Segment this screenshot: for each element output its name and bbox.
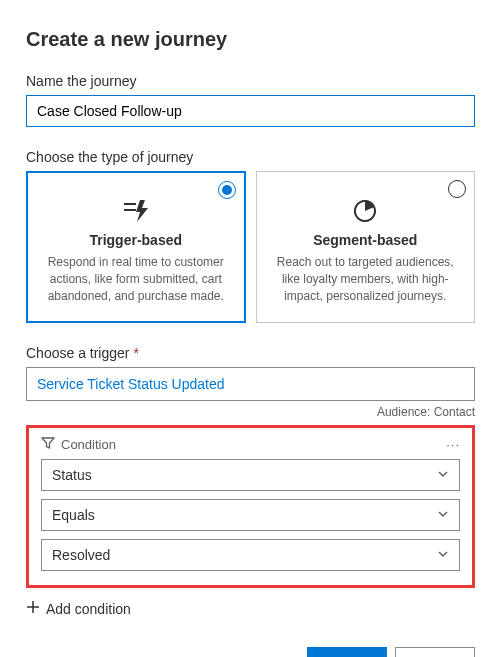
card-title: Trigger-based: [41, 232, 231, 248]
trigger-icon: [41, 198, 231, 224]
more-icon[interactable]: ···: [446, 437, 460, 452]
chevron-down-icon: [437, 467, 449, 483]
name-label: Name the journey: [26, 73, 475, 89]
svg-marker-2: [136, 200, 148, 222]
chevron-down-icon: [437, 547, 449, 563]
dropdown-value: Resolved: [52, 547, 110, 563]
condition-panel: Condition ··· Status Equals Resolved: [26, 425, 475, 588]
journey-type-trigger-based[interactable]: Trigger-based Respond in real time to cu…: [26, 171, 246, 323]
radio-selected-icon: [218, 181, 236, 199]
segment-icon: [271, 198, 461, 224]
condition-operator-select[interactable]: Equals: [41, 499, 460, 531]
card-desc: Respond in real time to customer actions…: [41, 254, 231, 304]
dropdown-value: Status: [52, 467, 92, 483]
page-title: Create a new journey: [26, 28, 475, 51]
condition-header: Condition: [61, 437, 116, 452]
add-condition-label: Add condition: [46, 601, 131, 617]
create-button[interactable]: Create: [307, 647, 387, 657]
radio-unselected-icon: [448, 180, 466, 198]
condition-field-select[interactable]: Status: [41, 459, 460, 491]
trigger-value: Service Ticket Status Updated: [37, 376, 225, 392]
trigger-select[interactable]: Service Ticket Status Updated: [26, 367, 475, 401]
condition-value-select[interactable]: Resolved: [41, 539, 460, 571]
add-condition-button[interactable]: Add condition: [26, 600, 475, 617]
trigger-label: Choose a trigger *: [26, 345, 475, 361]
audience-label: Audience: Contact: [26, 405, 475, 419]
journey-type-segment-based[interactable]: Segment-based Reach out to targeted audi…: [256, 171, 476, 323]
chevron-down-icon: [437, 507, 449, 523]
plus-icon: [26, 600, 40, 617]
type-label: Choose the type of journey: [26, 149, 475, 165]
card-desc: Reach out to targeted audiences, like lo…: [271, 254, 461, 304]
journey-name-input[interactable]: [26, 95, 475, 127]
dropdown-value: Equals: [52, 507, 95, 523]
cancel-button[interactable]: Cancel: [395, 647, 475, 657]
card-title: Segment-based: [271, 232, 461, 248]
filter-icon: [41, 436, 55, 453]
required-mark: *: [133, 345, 138, 361]
